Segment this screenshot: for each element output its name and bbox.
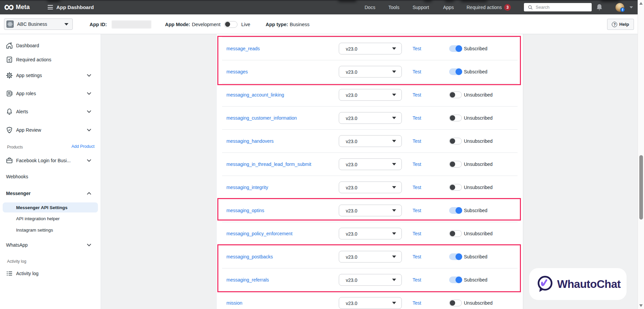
nav-required-actions[interactable]: Required actions xyxy=(467,0,502,14)
subscription-toggle[interactable] xyxy=(449,138,462,144)
subscription-state-label: Unsubscribed xyxy=(464,162,493,167)
subscription-toggle[interactable] xyxy=(449,276,462,283)
version-dropdown[interactable]: v23.0 xyxy=(339,205,402,217)
app-dashboard-title[interactable]: App Dashboard xyxy=(56,0,94,14)
webhook-field-name[interactable]: messaging_customer_information xyxy=(226,115,297,121)
webhook-field-name[interactable]: messaging_optins xyxy=(226,208,264,213)
nav-tools[interactable]: Tools xyxy=(388,0,399,14)
version-value: v23.0 xyxy=(346,277,357,283)
version-dropdown[interactable]: v23.0 xyxy=(339,159,402,170)
sidebar-item-dashboard[interactable]: Dashboard xyxy=(0,42,101,50)
sidebar: Dashboard Required actions xyxy=(0,34,101,309)
webhook-field-name[interactable]: messaging_policy_enforcement xyxy=(226,231,292,236)
add-product-link[interactable]: Add Product xyxy=(71,144,95,149)
scroll-thumb[interactable] xyxy=(639,155,643,220)
test-link[interactable]: Test xyxy=(413,92,421,98)
test-link[interactable]: Test xyxy=(413,185,421,190)
sidebar-item-app-roles[interactable]: App roles xyxy=(0,89,101,98)
hamburger-menu-icon[interactable] xyxy=(48,5,53,9)
help-label: Help xyxy=(619,22,629,27)
version-value: v23.0 xyxy=(346,46,357,51)
sidebar-item-required-actions[interactable]: Required actions xyxy=(0,56,101,64)
version-value: v23.0 xyxy=(346,115,357,121)
sidebar-item-activity-log[interactable]: Activity log xyxy=(0,269,101,277)
scroll-down-arrow[interactable] xyxy=(639,304,643,307)
scrollbar[interactable] xyxy=(638,0,644,309)
app-id-redacted xyxy=(112,20,151,28)
subscription-toggle[interactable] xyxy=(449,68,462,75)
subscription-toggle[interactable] xyxy=(449,207,462,214)
version-dropdown[interactable]: v23.0 xyxy=(339,89,402,101)
version-dropdown[interactable]: v23.0 xyxy=(339,182,402,193)
messenger-api-settings-label[interactable]: Messenger API Settings xyxy=(16,205,67,210)
notifications-bell-icon[interactable] xyxy=(596,4,603,12)
version-dropdown[interactable]: v23.0 xyxy=(339,228,402,240)
test-link[interactable]: Test xyxy=(413,231,421,236)
home-icon xyxy=(6,42,13,49)
app-selector-dropdown[interactable]: ABC Business xyxy=(4,18,73,30)
help-button[interactable]: ? Help xyxy=(607,19,634,30)
subscription-toggle[interactable] xyxy=(449,184,462,191)
version-dropdown[interactable]: v23.0 xyxy=(339,251,402,263)
webhook-field-name[interactable]: messaging_postbacks xyxy=(226,254,273,259)
meta-logo[interactable]: ∞ Meta xyxy=(4,0,30,14)
test-link[interactable]: Test xyxy=(413,69,421,74)
subscription-toggle[interactable] xyxy=(449,45,462,52)
nav-apps[interactable]: Apps xyxy=(443,0,454,14)
sidebar-item-alerts[interactable]: Alerts xyxy=(0,108,101,116)
subscription-toggle[interactable] xyxy=(449,115,462,121)
avatar[interactable]: f xyxy=(615,3,624,12)
dropdown-caret-icon xyxy=(392,256,396,258)
test-link[interactable]: Test xyxy=(413,138,421,144)
sidebar-item-instagram-settings[interactable]: Instagram settings xyxy=(16,228,53,233)
nav-support[interactable]: Support xyxy=(413,0,429,14)
webhook-field-name[interactable]: messaging_handovers xyxy=(226,138,274,144)
subscription-toggle[interactable] xyxy=(449,91,462,98)
sidebar-item-app-review[interactable]: App Review xyxy=(0,126,101,134)
top-bar: ∞ Meta App Dashboard Docs Tools Support … xyxy=(0,0,644,14)
test-link[interactable]: Test xyxy=(413,300,421,306)
webhook-field-row: messaging_handovers v23.0 Test Unsubscri… xyxy=(222,129,518,152)
sidebar-item-app-settings[interactable]: App settings xyxy=(0,71,101,79)
sidebar-item-whatsapp[interactable]: WhatsApp xyxy=(0,241,101,249)
webhook-field-row: messaging_referrals v23.0 Test Subscribe… xyxy=(222,268,518,291)
test-link[interactable]: Test xyxy=(413,115,421,121)
facebook-badge-icon: f xyxy=(620,7,625,12)
version-dropdown[interactable]: v23.0 xyxy=(339,112,402,124)
nav-docs[interactable]: Docs xyxy=(365,0,375,14)
webhook-field-name[interactable]: messages xyxy=(226,69,248,74)
version-value: v23.0 xyxy=(346,92,357,98)
whautochat-logo-icon xyxy=(537,275,553,293)
webhook-field-name[interactable]: mission xyxy=(226,300,242,306)
toggle-knob xyxy=(455,68,462,75)
chevron-up-icon xyxy=(87,192,91,195)
subscription-toggle[interactable] xyxy=(449,161,462,168)
test-link[interactable]: Test xyxy=(413,277,421,283)
subscription-state-label: Subscribed xyxy=(464,208,487,213)
webhook-field-name[interactable]: messaging_in_thread_lead_form_submit xyxy=(226,162,311,167)
sidebar-item-webhooks[interactable]: Webhooks xyxy=(0,173,101,181)
test-link[interactable]: Test xyxy=(413,208,421,213)
account-menu-caret-icon[interactable] xyxy=(630,6,633,8)
version-dropdown[interactable]: v23.0 xyxy=(339,274,402,286)
scroll-up-arrow[interactable] xyxy=(639,2,643,5)
version-dropdown[interactable]: v23.0 xyxy=(339,297,402,309)
version-dropdown[interactable]: v23.0 xyxy=(339,43,402,55)
webhook-field-name[interactable]: messaging_integrity xyxy=(226,185,268,190)
subscription-toggle[interactable] xyxy=(449,253,462,260)
test-link[interactable]: Test xyxy=(413,162,421,167)
test-link[interactable]: Test xyxy=(413,254,421,259)
version-dropdown[interactable]: v23.0 xyxy=(339,66,402,78)
sidebar-item-api-integration-helper[interactable]: API integration helper xyxy=(16,216,60,221)
webhook-field-name[interactable]: message_reads xyxy=(226,46,260,51)
webhook-field-name[interactable]: messaging_referrals xyxy=(226,277,269,283)
subscription-toggle[interactable] xyxy=(449,300,462,306)
search-input[interactable]: Search xyxy=(524,3,592,11)
subscription-toggle[interactable] xyxy=(449,230,462,237)
app-mode-toggle[interactable] xyxy=(224,21,237,28)
webhook-field-name[interactable]: messaging_account_linking xyxy=(226,92,284,98)
version-dropdown[interactable]: v23.0 xyxy=(339,135,402,147)
sidebar-item-messenger[interactable]: Messenger xyxy=(0,189,101,197)
test-link[interactable]: Test xyxy=(413,46,421,51)
sidebar-item-facebook-login[interactable]: Facebook Login for Busi... xyxy=(0,157,101,165)
